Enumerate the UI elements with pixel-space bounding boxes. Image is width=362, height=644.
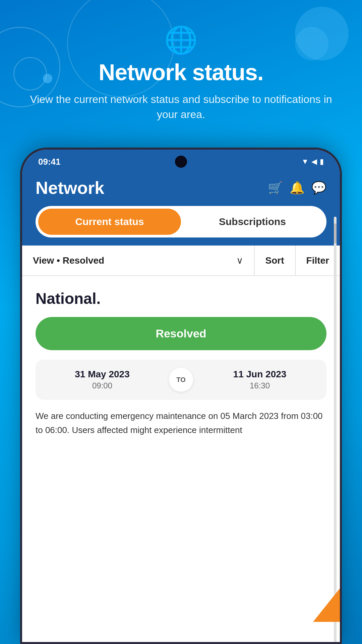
scroll-track	[334, 217, 337, 642]
resolved-btn-text: Resolved	[156, 327, 206, 340]
date-from-time: 09:00	[42, 381, 162, 390]
filter-view-text: View • Resolved	[33, 255, 104, 266]
filter-bar: View • Resolved ∨ Sort Filter	[22, 246, 340, 276]
phone-screen: 09:41 ▼ ◀ ▮ Network 🛒 🔔 💬 Current status	[22, 150, 340, 642]
status-bar: 09:41 ▼ ◀ ▮	[22, 150, 340, 171]
date-to: 11 Jun 2023 16:30	[193, 360, 326, 400]
filter-label: Filter	[306, 255, 329, 266]
sort-label: Sort	[265, 255, 284, 266]
date-to-text: TO	[176, 376, 185, 384]
header-actions: 🛒 🔔 💬	[268, 181, 326, 195]
chevron-down-icon: ∨	[236, 255, 243, 266]
resolved-button[interactable]: Resolved	[36, 317, 326, 350]
status-icons: ▼ ◀ ▮	[301, 157, 324, 166]
filter-view-dropdown[interactable]: View • Resolved ∨	[22, 246, 255, 275]
page-subtitle: View the current network status and subs…	[0, 92, 362, 122]
page-header: 🌐 Network status. View the current netwo…	[0, 0, 362, 122]
section-title: National.	[36, 289, 326, 308]
battery-icon: ▮	[320, 157, 324, 166]
bell-icon[interactable]: 🔔	[290, 181, 305, 195]
app-header: Network 🛒 🔔 💬	[22, 171, 340, 206]
tab-current-status[interactable]: Current status	[38, 209, 181, 235]
camera-notch	[175, 156, 187, 168]
date-from: 31 May 2023 09:00	[36, 360, 169, 400]
filter-filter-button[interactable]: Filter	[296, 246, 340, 275]
tab-subscriptions[interactable]: Subscriptions	[181, 209, 324, 235]
signal-icon: ◀	[311, 157, 317, 166]
date-to-time: 16:30	[200, 381, 320, 390]
tabs-pill: Current status Subscriptions	[36, 206, 326, 237]
app-header-title: Network	[36, 178, 104, 198]
wifi-icon: ▼	[301, 157, 309, 166]
page-title: Network status.	[0, 59, 362, 85]
globe-icon: 🌐	[0, 27, 362, 54]
tabs-container: Current status Subscriptions	[22, 206, 340, 246]
date-to-label: 11 Jun 2023	[200, 369, 320, 380]
chat-icon[interactable]: 💬	[311, 181, 326, 195]
date-separator: TO	[169, 368, 193, 392]
filter-sort-button[interactable]: Sort	[255, 246, 296, 275]
scroll-thumb[interactable]	[334, 223, 337, 244]
cart-icon[interactable]: 🛒	[268, 181, 283, 195]
content-area: View • Resolved ∨ Sort Filter National.	[22, 246, 340, 444]
date-from-label: 31 May 2023	[42, 369, 162, 380]
orange-triangle-decoration	[313, 588, 340, 622]
date-range: 31 May 2023 09:00 TO 11 Jun 2023 16:30	[36, 360, 326, 400]
description-text: We are conducting emergency maintenance …	[36, 409, 326, 444]
list-content: National. Resolved 31 May 2023 09:00 TO …	[22, 276, 340, 444]
status-time: 09:41	[38, 157, 61, 167]
phone-mockup: 09:41 ▼ ◀ ▮ Network 🛒 🔔 💬 Current status	[20, 148, 342, 644]
